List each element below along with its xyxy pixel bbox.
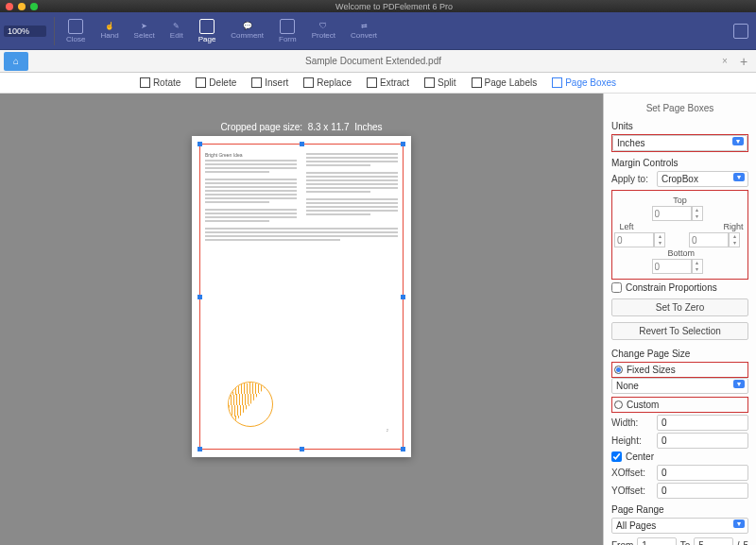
maximize-window-icon[interactable]: [30, 3, 38, 10]
window-titlebar: Welcome to PDFelement 6 Pro: [0, 0, 756, 12]
change-size-label: Change Page Size: [611, 349, 748, 359]
margin-grid: Top ▴▾ Left Right ▴▾ ▴▾ Bottom ▴▾: [611, 190, 748, 280]
center-check-icon[interactable]: [611, 451, 622, 462]
xoffset-input[interactable]: [657, 465, 748, 481]
toolbar-comment[interactable]: 💬Comment: [227, 20, 267, 42]
page-sub-toolbar: Rotate Delete Insert Replace Extract Spl…: [0, 73, 756, 94]
cursor-icon: ➤: [141, 22, 147, 30]
layout-icon: [733, 24, 748, 39]
fixed-size-select[interactable]: None: [611, 378, 748, 394]
page-boxes-panel: Set Page Boxes Units Inches Margin Contr…: [603, 94, 756, 545]
revert-button[interactable]: Revert To Selection: [611, 322, 748, 340]
margin-right-input[interactable]: ▴▾: [689, 232, 746, 247]
subtool-delete[interactable]: Delete: [196, 77, 236, 88]
subtool-extract[interactable]: Extract: [367, 77, 409, 88]
zoom-select[interactable]: 100%: [4, 26, 46, 37]
pie-chart: [228, 382, 273, 427]
rotate-icon: [140, 77, 150, 88]
from-input[interactable]: [637, 537, 676, 545]
constrain-check-icon[interactable]: [611, 282, 622, 293]
handle-right[interactable]: [401, 295, 405, 299]
handle-bottom-left[interactable]: [198, 447, 202, 451]
apply-to-label: Apply to:: [611, 174, 653, 184]
home-tab[interactable]: ⌂: [4, 52, 28, 71]
page-range-select[interactable]: All Pages: [611, 518, 748, 534]
margin-left-input[interactable]: ▴▾: [614, 232, 671, 247]
close-window-icon[interactable]: [6, 3, 13, 10]
document-canvas[interactable]: Cropped page size: 8.3 x 11.7 Inches Bri…: [0, 94, 603, 545]
set-to-zero-button[interactable]: Set To Zero: [611, 298, 748, 316]
minimize-window-icon[interactable]: [18, 3, 26, 10]
labels-icon: [472, 77, 482, 88]
subtool-rotate[interactable]: Rotate: [140, 77, 180, 88]
subtool-replace[interactable]: Replace: [303, 77, 352, 88]
convert-icon: ⇄: [361, 22, 368, 30]
page-preview[interactable]: Bright Green Idea: [192, 136, 411, 457]
margin-controls-label: Margin Controls: [611, 158, 748, 168]
toolbar-hand[interactable]: ☝Hand: [96, 20, 122, 42]
subtool-split[interactable]: Split: [424, 77, 455, 88]
subtool-page-labels[interactable]: Page Labels: [472, 77, 538, 88]
comment-icon: 💬: [243, 22, 252, 30]
handle-left[interactable]: [198, 295, 202, 299]
handle-top-right[interactable]: [401, 142, 405, 146]
height-label: Height:: [611, 435, 653, 446]
page-content: Bright Green Idea: [205, 153, 398, 444]
toolbar-page[interactable]: Page: [195, 17, 220, 45]
total-pages: 5: [743, 540, 748, 545]
page-icon: [199, 19, 215, 34]
crop-size-label: Cropped page size: 8.3 x 11.7 Inches: [220, 122, 382, 132]
handle-bottom-right[interactable]: [401, 447, 405, 451]
document-tab[interactable]: Sample Document Extended.pdf: [28, 53, 718, 69]
close-icon: [68, 19, 83, 34]
home-icon: ⌂: [13, 56, 19, 66]
custom-radio[interactable]: Custom: [611, 397, 748, 413]
of-label: /: [737, 540, 740, 545]
left-label: Left: [614, 222, 639, 231]
handle-top[interactable]: [300, 142, 304, 146]
margin-top-input[interactable]: ▴▾: [652, 206, 709, 221]
doc-heading: Bright Green Idea: [205, 153, 297, 157]
toolbar-select[interactable]: ➤Select: [130, 20, 159, 42]
apply-to-select[interactable]: CropBox: [657, 171, 748, 187]
center-checkbox[interactable]: Center: [611, 451, 748, 462]
replace-icon: [303, 77, 314, 88]
subtool-page-boxes[interactable]: Page Boxes: [552, 77, 616, 88]
close-tab-icon[interactable]: ×: [718, 54, 735, 68]
extract-icon: [367, 77, 377, 88]
panel-title: Set Page Boxes: [611, 103, 748, 113]
right-label: Right: [721, 222, 746, 231]
page-number: 2: [387, 429, 388, 433]
bottom-label: Bottom: [668, 248, 693, 258]
from-label: From: [611, 540, 633, 545]
tab-bar: ⌂ Sample Document Extended.pdf × +: [0, 50, 756, 73]
to-input[interactable]: [694, 537, 732, 545]
toolbar-layout[interactable]: [730, 22, 752, 41]
yoffset-label: YOffset:: [611, 485, 653, 496]
toolbar-form[interactable]: Form: [275, 17, 301, 45]
radio-on-icon: [614, 366, 623, 374]
window-title: Welcome to PDFelement 6 Pro: [38, 2, 750, 11]
constrain-checkbox[interactable]: Constrain Proportions: [611, 282, 748, 293]
top-label: Top: [668, 196, 693, 205]
yoffset-input[interactable]: [657, 483, 748, 499]
height-input[interactable]: [657, 433, 748, 449]
split-icon: [424, 77, 435, 88]
width-input[interactable]: [657, 415, 748, 431]
edit-icon: ✎: [173, 22, 180, 30]
fixed-sizes-radio[interactable]: Fixed Sizes: [611, 362, 748, 378]
form-icon: [280, 19, 295, 34]
toolbar-convert[interactable]: ⇄Convert: [347, 20, 381, 42]
boxes-icon: [552, 77, 562, 88]
handle-top-left[interactable]: [198, 142, 202, 146]
margin-bottom-input[interactable]: ▴▾: [652, 259, 709, 274]
toolbar-close[interactable]: Close: [62, 17, 89, 45]
delete-icon: [196, 77, 206, 88]
units-select[interactable]: Inches: [611, 134, 748, 152]
new-tab-icon[interactable]: +: [735, 54, 752, 69]
toolbar-edit[interactable]: ✎Edit: [166, 20, 187, 42]
subtool-insert[interactable]: Insert: [251, 77, 288, 88]
main-toolbar: 100% Close ☝Hand ➤Select ✎Edit Page 💬Com…: [0, 12, 756, 50]
toolbar-protect[interactable]: 🛡Protect: [308, 20, 339, 42]
handle-bottom[interactable]: [300, 447, 304, 451]
